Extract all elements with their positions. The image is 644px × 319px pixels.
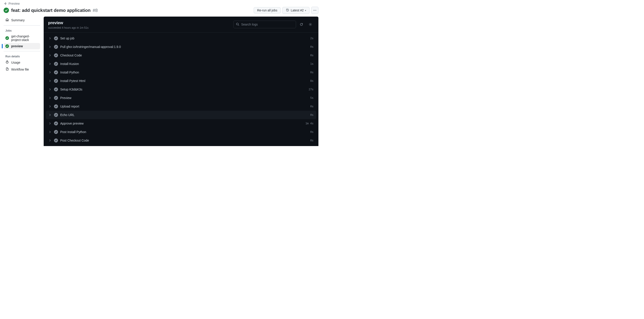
run-number: #8 (93, 8, 98, 13)
job-title: preview (48, 21, 88, 25)
breadcrumb: Preview (4, 2, 318, 5)
step-name: Set up job (60, 37, 308, 40)
chevron-right-icon (48, 88, 52, 91)
step-name: Upload report (60, 105, 308, 108)
step-success-icon (54, 53, 58, 57)
step-row[interactable]: Preview 5s (46, 94, 316, 102)
step-row[interactable]: Post Install Python 0s (46, 128, 316, 136)
step-row[interactable]: Upload report 0s (46, 102, 316, 111)
svg-point-2 (316, 10, 316, 11)
step-row[interactable]: Post Checkout Code 0s (46, 136, 316, 145)
chevron-right-icon (48, 105, 52, 108)
sidebar-workflow-file[interactable]: Workflow file (4, 66, 40, 73)
settings-button[interactable] (307, 21, 314, 28)
chevron-right-icon (48, 63, 52, 65)
svg-point-4 (236, 23, 238, 25)
step-name: Pull ghcr.io/trstringer/manual-approval:… (60, 45, 308, 49)
step-success-icon (54, 79, 58, 83)
chevron-right-icon (48, 80, 52, 82)
step-name: Post Install Python (60, 130, 308, 134)
step-duration: 0s (310, 45, 314, 48)
status-success-icon (4, 8, 9, 13)
step-duration: 0s (310, 130, 314, 134)
history-icon (286, 8, 289, 13)
step-success-icon (54, 36, 58, 40)
step-duration: 0s (310, 139, 314, 142)
step-duration: 0s (310, 113, 314, 117)
step-row[interactable]: Pull ghcr.io/trstringer/manual-approval:… (46, 43, 316, 51)
search-logs-box[interactable] (233, 21, 296, 28)
chevron-right-icon (48, 71, 52, 74)
step-duration: 0s (310, 54, 314, 57)
step-success-icon (54, 113, 58, 117)
sidebar: Summary Jobs get-changed-project-stack p… (0, 17, 44, 146)
refresh-button[interactable] (298, 21, 305, 28)
stopwatch-icon (5, 60, 9, 65)
step-duration: 5s (310, 96, 314, 100)
step-success-icon (54, 87, 58, 91)
chevron-right-icon (48, 114, 52, 116)
run-details-header: Run details (4, 53, 40, 59)
step-duration: 0s (310, 71, 314, 74)
attempt-dropdown[interactable]: Latest #2 ▾ (282, 7, 310, 14)
status-success-icon (5, 36, 9, 40)
step-name: Checkout Code (60, 54, 308, 57)
kebab-menu-button[interactable] (311, 7, 318, 14)
back-arrow-icon[interactable] (4, 2, 7, 5)
svg-point-5 (310, 24, 311, 25)
step-duration: 27s (308, 88, 314, 91)
chevron-right-icon (48, 46, 52, 48)
svg-point-1 (314, 10, 315, 11)
jobs-header: Jobs (4, 27, 40, 33)
chevron-right-icon (48, 37, 52, 40)
sidebar-job-label: get-changed-project-stack (11, 35, 38, 42)
step-success-icon (54, 121, 58, 125)
step-row[interactable]: Approve preview 1m 4s (46, 119, 316, 128)
step-duration: 8s (310, 79, 314, 82)
sidebar-summary[interactable]: Summary (4, 17, 40, 24)
step-success-icon (54, 104, 58, 108)
job-status-line: succeeded 4 hours ago in 1m 51s (48, 26, 88, 29)
step-success-icon (54, 130, 58, 134)
step-row[interactable]: Checkout Code 0s (46, 51, 316, 60)
step-row[interactable]: Install Kusion 1s (46, 60, 316, 68)
step-success-icon (54, 45, 58, 49)
sidebar-job-label: preview (11, 44, 23, 48)
step-success-icon (54, 70, 58, 74)
step-name: Install Pytest Html (60, 79, 308, 83)
step-name: Setup K3d&K3s (60, 88, 306, 91)
step-row[interactable]: Install Python 0s (46, 68, 316, 77)
rerun-all-jobs-button[interactable]: Re-run all jobs (254, 7, 280, 14)
home-icon (5, 18, 9, 22)
sidebar-job-item[interactable]: preview (4, 43, 40, 49)
step-name: Post Checkout Code (60, 139, 308, 142)
step-name: Echo URL (60, 113, 308, 117)
step-success-icon (54, 96, 58, 100)
chevron-right-icon (48, 97, 52, 99)
sidebar-usage[interactable]: Usage (4, 59, 40, 66)
step-name: Preview (60, 96, 308, 100)
chevron-right-icon (48, 139, 52, 142)
step-row[interactable]: Install Pytest Html 8s (46, 77, 316, 85)
breadcrumb-label[interactable]: Preview (8, 2, 20, 5)
step-name: Approve preview (60, 122, 303, 125)
page-title: feat: add quickstart demo application #8 (11, 8, 98, 13)
job-log-panel: preview succeeded 4 hours ago in 1m 51s (44, 17, 318, 146)
step-duration: 0s (310, 105, 314, 108)
step-success-icon (54, 62, 58, 66)
sidebar-job-item[interactable]: get-changed-project-stack (4, 33, 40, 43)
step-row[interactable]: Set up job 2s (46, 34, 316, 43)
chevron-down-icon: ▾ (305, 9, 306, 12)
step-name: Install Python (60, 71, 308, 74)
step-row[interactable]: Echo URL 0s (46, 111, 316, 119)
svg-point-0 (314, 10, 314, 11)
search-icon (236, 23, 239, 27)
file-icon (5, 67, 9, 72)
chevron-right-icon (48, 122, 52, 125)
step-row[interactable]: Setup K3d&K3s 27s (46, 85, 316, 94)
chevron-right-icon (48, 54, 52, 57)
step-duration: 1m 4s (306, 122, 314, 125)
step-duration: 1s (310, 62, 314, 65)
search-logs-input[interactable] (241, 23, 294, 26)
step-success-icon (54, 138, 58, 142)
